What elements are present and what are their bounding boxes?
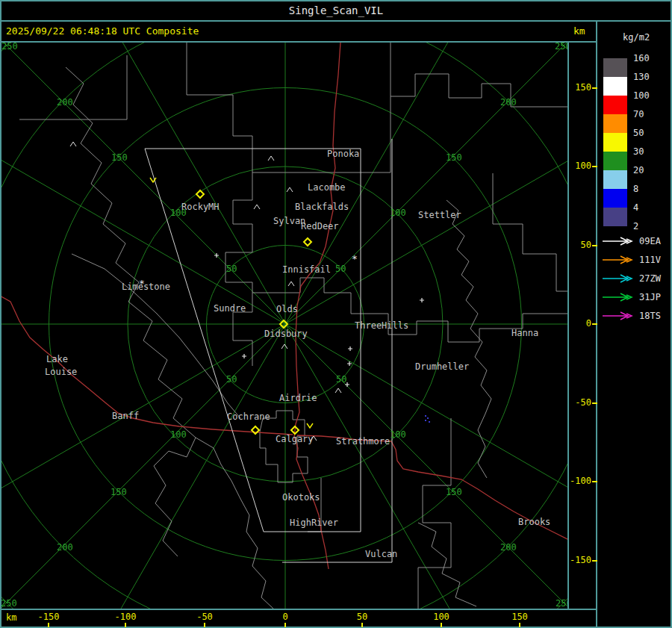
town-plus-mark (348, 346, 352, 351)
county-boundary-line (418, 523, 476, 606)
legend-value-label: 2 (633, 221, 638, 231)
azimuth-radial-135deg (1, 324, 285, 609)
right-axis-tick-label: -100 (569, 476, 591, 486)
legend-color-swatch (603, 189, 627, 208)
legend-color-swatch (603, 133, 627, 152)
town-star-mark: * (352, 253, 358, 264)
vil-echo-pixel (425, 415, 426, 417)
town-caret-mark (254, 205, 260, 209)
bottom-axis-tick-mark (284, 623, 286, 627)
bottom-axis-tick-mark (204, 623, 205, 627)
storm-track-id-label: 27ZW (639, 273, 661, 284)
bottom-axis-tick-mark (441, 623, 442, 627)
range-ring-distance-label: 250 (1, 598, 17, 609)
legend-color-swatch (603, 114, 627, 133)
legend-value-label: 70 (633, 109, 644, 119)
bottom-axis-tick-label: 50 (347, 612, 377, 622)
range-ring-distance-label: 50 (335, 264, 346, 274)
info-bar: 2025/09/22 06:48:18 UTC Composite km (0, 22, 596, 41)
county-boundary-line (493, 173, 567, 291)
storm-track-arrow-icon (602, 311, 635, 320)
bottom-axis: km -150-100-50050100150 (0, 610, 596, 628)
city-label-airdrie: Airdrie (279, 393, 317, 403)
right-axis-tick-label: 150 (569, 82, 591, 93)
map-layer-group: 5050505010010010010015015015015020020020… (1, 43, 567, 609)
city-label-innisfail: Innisfail (282, 264, 331, 275)
storm-track-id-label: 18TS (639, 311, 661, 321)
right-axis-tick-label: 100 (569, 161, 591, 171)
right-axis-unit: km (573, 25, 585, 37)
legend-value-label: 130 (633, 72, 650, 82)
storm-track-arrow-icon (602, 293, 635, 302)
right-axis-tick-mark (592, 87, 597, 89)
city-label-calgary: Calgary (276, 434, 314, 444)
city-label-sundre: Sundre (214, 303, 246, 314)
county-boundary-line (72, 254, 240, 418)
range-ring-distance-label: 200 (500, 542, 517, 553)
right-axis-tick-label: 50 (569, 240, 591, 250)
bottom-axis-tick-label: 100 (426, 612, 456, 622)
storm-vector-mark (307, 423, 313, 428)
radar-map-svg: 5050505010010010010015015015015020020020… (1, 43, 567, 609)
radar-app-window: Single_Scan_VIL 2025/09/22 06:48:18 UTC … (0, 0, 672, 628)
right-axis-tick-mark (592, 560, 597, 562)
vil-echo-pixel (429, 421, 430, 423)
city-label-lacombe: Lacombe (308, 182, 346, 193)
legend-value-label: 30 (633, 146, 644, 157)
town-caret-mark (287, 187, 293, 192)
range-ring-distance-label: 250 (1, 43, 18, 52)
city-label-hanna: Hanna (511, 328, 538, 338)
city-label-limestone: Limestone (122, 282, 170, 292)
town-plus-mark (420, 298, 424, 302)
town-caret-mark (288, 282, 294, 286)
color-legend-panel: kg/m2 1601301007050302084209EA111V27ZW31… (597, 22, 671, 628)
legend-color-swatch (603, 77, 627, 96)
city-label-reddeer: RedDeer (301, 221, 339, 231)
right-axis-tick-label: 0 (569, 318, 591, 329)
bottom-axis-tick-label: 0 (270, 612, 300, 622)
range-ring-distance-label: 250 (555, 43, 567, 52)
city-label-didsbury: Didsbury (264, 329, 308, 339)
county-boundary-line (187, 43, 391, 172)
right-axis-tick-label: -50 (569, 397, 591, 408)
legend-unit-label: kg/m2 (623, 32, 650, 43)
legend-color-swatch (603, 208, 627, 226)
city-label-brooks: Brooks (518, 517, 550, 527)
county-boundary-line (391, 74, 567, 107)
city-label-lake: Lake (46, 354, 68, 364)
town-caret-mark (268, 156, 274, 161)
right-axis-tick-mark (592, 402, 597, 404)
city-label-highriver: HighRiver (290, 517, 338, 528)
bottom-axis-tick-mark (125, 623, 126, 627)
range-ring-distance-label: 200 (500, 97, 517, 108)
city-label-strathmore: Strathmore (336, 436, 390, 447)
range-ring-distance-label: 100 (390, 208, 406, 218)
radar-site-diamond-icon (304, 238, 311, 246)
bottom-axis-unit: km (6, 612, 16, 623)
county-boundary-line (66, 67, 196, 556)
right-axis-tick-mark (592, 166, 597, 167)
vil-echo-pixel (427, 417, 429, 419)
legend-color-swatch (603, 96, 627, 114)
town-plus-mark (242, 354, 246, 358)
bottom-axis-tick-label: -100 (111, 612, 140, 622)
storm-track-arrow-icon (602, 274, 635, 283)
radar-map-viewport[interactable]: 5050505010010010010015015015015020020020… (1, 43, 567, 609)
legend-color-swatch (603, 58, 627, 77)
page-title: Single_Scan_VIL (289, 4, 383, 16)
right-axis-tick-mark (592, 245, 597, 246)
range-ring-distance-label: 50 (336, 374, 346, 385)
storm-track-id-label: 111V (639, 255, 661, 265)
right-axis: 150100500-50-100-150 (569, 43, 596, 609)
city-label-blackfalds: Blackfalds (295, 202, 349, 212)
city-label-rockymh: RockyMH (181, 202, 220, 212)
county-boundary-line (418, 418, 451, 609)
title-bar[interactable]: Single_Scan_VIL (0, 1, 672, 20)
county-boundary-line (19, 55, 127, 119)
legend-value-label: 4 (633, 202, 638, 213)
storm-track-id-label: 31JP (639, 292, 661, 302)
legend-value-label: 100 (633, 90, 650, 101)
right-axis-tick-label: -150 (569, 555, 591, 565)
town-caret-mark (70, 142, 76, 146)
legend-color-swatch (603, 152, 627, 170)
